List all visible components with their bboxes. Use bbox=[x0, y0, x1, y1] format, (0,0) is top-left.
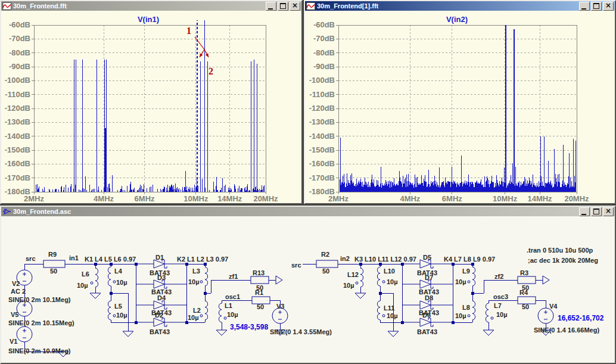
inductor-symbol bbox=[219, 303, 222, 322]
close-button[interactable]: × bbox=[603, 207, 614, 216]
schematic-canvas[interactable]: srcR950in1K1 L4 L5 L6 0.97V2AC 2SINE(0 2… bbox=[1, 216, 615, 363]
inductor-symbol bbox=[472, 267, 475, 286]
maximize-button[interactable] bbox=[591, 207, 602, 216]
schematic-drawing[interactable]: srcR950in1K1 L4 L5 L6 0.97V2AC 2SINE(0 2… bbox=[1, 216, 615, 363]
x-tick-label: 2MHz bbox=[24, 194, 44, 203]
y-tick-label: -100dB bbox=[5, 76, 30, 85]
schematic-label: K2 L1 L2 L3 0.97 bbox=[177, 256, 228, 263]
maximize-icon bbox=[280, 3, 286, 9]
y-tick-label: -70dB bbox=[9, 34, 30, 43]
schematic-label: L8 bbox=[462, 304, 470, 311]
schematic-label: L11 bbox=[384, 304, 394, 312]
resistor-symbol bbox=[251, 276, 269, 284]
close-button[interactable]: × bbox=[603, 2, 614, 11]
schematic-label: SINE(0 1.4 3.55Meg) bbox=[270, 328, 332, 335]
window-controls: × bbox=[579, 207, 614, 216]
close-button[interactable]: × bbox=[290, 2, 300, 11]
fft1-plot-pane[interactable]: -60dB-70dB-80dB-90dB-100dB-110dB-120dB-1… bbox=[1, 11, 301, 203]
inductor-symbol bbox=[486, 303, 489, 322]
y-tick-label: -90dB bbox=[313, 62, 335, 71]
schematic-label: zf1 bbox=[229, 273, 238, 280]
x-tick-label: 6MHz bbox=[135, 194, 155, 203]
titlebar-fft2[interactable]: 30m_Frontend[1].fft × bbox=[305, 1, 615, 11]
x-tick-label: 20MHz bbox=[253, 194, 278, 203]
y-tick-label: -90dB bbox=[9, 62, 30, 71]
titlebar-fft1[interactable]: 30m_Frontend.fft × bbox=[1, 1, 301, 11]
schottky-diode-symbol bbox=[420, 318, 431, 326]
minimize-button[interactable] bbox=[266, 2, 276, 11]
ground-symbol bbox=[90, 293, 101, 298]
titlebar-schematic[interactable]: 30m_Frontend.asc × bbox=[1, 207, 615, 216]
schematic-label: D1 bbox=[155, 254, 164, 261]
schematic-label: 10µ bbox=[455, 312, 466, 319]
schematic-label: D5 bbox=[423, 254, 431, 261]
inductor-symbol bbox=[108, 301, 111, 320]
phase-dot bbox=[200, 315, 203, 317]
schematic-label: BAT43 bbox=[150, 328, 170, 335]
phase-dot bbox=[224, 317, 226, 319]
y-tick-label: -130dB bbox=[309, 117, 335, 126]
schematic-label: SINE(0 2m 10.15Meg) bbox=[8, 319, 74, 326]
x-tick-label: 10MHz bbox=[183, 194, 209, 203]
schematic-label: 10µ bbox=[188, 314, 199, 321]
inductor-symbol bbox=[205, 301, 208, 320]
y-tick-label: -130dB bbox=[5, 117, 30, 126]
fft1-chart[interactable]: -60dB-70dB-80dB-90dB-100dB-110dB-120dB-1… bbox=[1, 11, 301, 203]
resistor-symbol bbox=[43, 260, 65, 267]
minimize-button[interactable] bbox=[579, 2, 590, 11]
minimize-icon bbox=[581, 214, 586, 215]
plot-ticks bbox=[32, 25, 266, 194]
close-icon: × bbox=[292, 3, 298, 8]
schematic-label: 10µ bbox=[455, 278, 466, 285]
axis-labels: -60dB-70dB-80dB-90dB-100dB-110dB-120dB-1… bbox=[5, 20, 278, 203]
schematic-label: 10µ bbox=[188, 278, 200, 285]
plot-grid bbox=[34, 25, 266, 192]
ground-symbol bbox=[388, 331, 399, 337]
x-tick-label: 10MHz bbox=[493, 194, 518, 203]
ground-symbol bbox=[483, 330, 494, 335]
minimize-icon bbox=[581, 8, 586, 10]
schematic-label: R4 bbox=[519, 289, 528, 296]
schematic-label: 50 bbox=[50, 267, 57, 275]
schematic-label: AC 2 bbox=[11, 288, 26, 295]
schottky-diode-symbol bbox=[420, 260, 431, 268]
window-title: 30m_Frontend.asc bbox=[13, 207, 577, 216]
resistor-symbol bbox=[518, 276, 536, 284]
y-tick-label: -150dB bbox=[309, 145, 335, 154]
schematic-label: osc1 bbox=[225, 293, 240, 300]
inductor-symbol bbox=[108, 267, 111, 286]
ground-symbol bbox=[123, 331, 133, 337]
y-tick-label: -80dB bbox=[9, 48, 30, 57]
output-port-arrow bbox=[543, 276, 549, 284]
schematic-label: 10µ bbox=[116, 279, 127, 286]
schematic-label: K3 L10 L11 L12 0.97 bbox=[354, 256, 416, 263]
voltage-source-symbol bbox=[272, 308, 288, 323]
schottky-diode-symbol bbox=[154, 318, 164, 326]
fft2-chart[interactable]: -60dB-70dB-80dB-90dB-100dB-110dB-120dB-1… bbox=[305, 11, 615, 203]
y-tick-label: -140dB bbox=[309, 132, 335, 141]
schematic-label: D3 bbox=[157, 274, 166, 281]
y-tick-label: -140dB bbox=[5, 132, 30, 141]
schematic-label: K1 L4 L5 L6 0.97 bbox=[85, 256, 136, 263]
minimize-button[interactable] bbox=[579, 207, 590, 216]
phase-dot bbox=[200, 281, 203, 283]
schematic-label: 10µ bbox=[343, 282, 354, 289]
schematic-annotation: 16,652-16,702 bbox=[558, 314, 604, 322]
schematic-label: in2 bbox=[340, 255, 350, 262]
schematic-label: R9 bbox=[48, 251, 57, 258]
inductor-symbol bbox=[377, 301, 380, 320]
maximize-button[interactable] bbox=[278, 2, 288, 11]
schematic-label: BAT43 bbox=[417, 328, 437, 335]
maximize-button[interactable] bbox=[591, 2, 602, 11]
schematic-label: src bbox=[26, 255, 36, 262]
fft2-plot-pane[interactable]: -60dB-70dB-80dB-90dB-100dB-110dB-120dB-1… bbox=[305, 11, 615, 203]
schematic-label: L10 bbox=[384, 267, 395, 275]
x-tick-label: 6MHz bbox=[442, 194, 462, 203]
schematic-label: V1 bbox=[10, 338, 17, 345]
schematic-label: osc3 bbox=[493, 293, 508, 300]
y-tick-label: -110dB bbox=[5, 90, 30, 99]
inductor-symbol bbox=[95, 268, 98, 287]
schematic-label: 50 bbox=[257, 303, 264, 310]
schematic-label: 50 bbox=[322, 267, 329, 275]
y-tick-label: -60dB bbox=[313, 20, 335, 29]
